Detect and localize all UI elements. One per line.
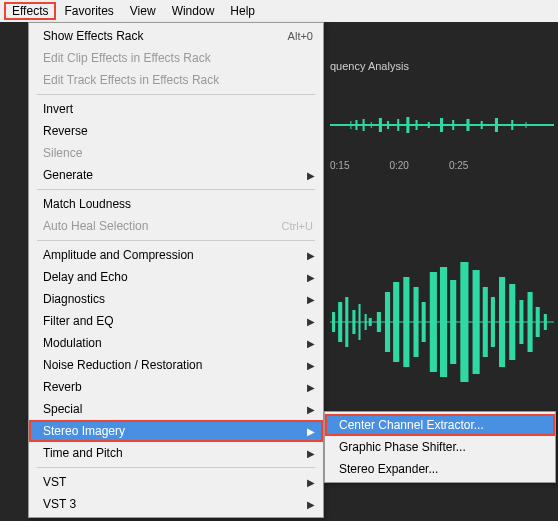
svg-rect-19 — [332, 312, 335, 332]
chevron-right-icon: ▶ — [307, 404, 315, 415]
menu-noise[interactable]: Noise Reduction / Restoration▶ — [29, 354, 323, 376]
menu-special[interactable]: Special▶ — [29, 398, 323, 420]
menu-edit-clip-effects: Edit Clip Effects in Effects Rack — [29, 47, 323, 69]
panel-tab-freq[interactable]: quency Analysis — [330, 60, 409, 72]
effects-dropdown: Show Effects Rack Alt+0 Edit Clip Effect… — [28, 22, 324, 518]
svg-rect-29 — [403, 277, 409, 367]
time-mark: 0:25 — [449, 160, 468, 176]
menu-window[interactable]: Window — [164, 2, 223, 20]
menu-diagnostics[interactable]: Diagnostics▶ — [29, 288, 323, 310]
menu-show-effects-rack[interactable]: Show Effects Rack Alt+0 — [29, 25, 323, 47]
timeline-ruler: 0:15 0:20 0:25 — [330, 160, 558, 176]
menu-label: Time and Pitch — [43, 446, 313, 460]
time-mark: 0:15 — [330, 160, 349, 176]
menu-label: Center Channel Extractor... — [339, 418, 545, 432]
svg-rect-13 — [466, 119, 469, 131]
svg-rect-35 — [460, 262, 468, 382]
chevron-right-icon: ▶ — [307, 360, 315, 371]
stereo-imagery-submenu: Center Channel Extractor... Graphic Phas… — [324, 411, 556, 483]
menu-label: Show Effects Rack — [43, 29, 288, 43]
menu-favorites[interactable]: Favorites — [56, 2, 121, 20]
chevron-right-icon: ▶ — [307, 499, 315, 510]
svg-rect-44 — [544, 314, 547, 330]
menu-label: Stereo Expander... — [339, 462, 545, 476]
svg-rect-23 — [359, 304, 361, 340]
svg-rect-4 — [371, 122, 372, 128]
svg-rect-24 — [365, 314, 367, 330]
menu-shortcut: Ctrl+U — [282, 220, 313, 232]
svg-rect-37 — [483, 287, 488, 357]
chevron-right-icon: ▶ — [307, 382, 315, 393]
menu-label: Silence — [43, 146, 313, 160]
menu-label: Graphic Phase Shifter... — [339, 440, 545, 454]
menu-time-pitch[interactable]: Time and Pitch▶ — [29, 442, 323, 464]
menu-label: Reverse — [43, 124, 313, 138]
menu-separator — [37, 189, 315, 190]
menu-shortcut: Alt+0 — [288, 30, 313, 42]
chevron-right-icon: ▶ — [307, 426, 315, 437]
svg-rect-36 — [473, 270, 480, 374]
menu-effects[interactable]: Effects — [4, 2, 56, 20]
svg-rect-27 — [385, 292, 390, 352]
chevron-right-icon: ▶ — [307, 477, 315, 488]
svg-rect-32 — [430, 272, 437, 372]
menubar: Effects Favorites View Window Help — [0, 0, 558, 22]
svg-rect-39 — [499, 277, 505, 367]
menu-modulation[interactable]: Modulation▶ — [29, 332, 323, 354]
menu-match-loudness[interactable]: Match Loudness — [29, 193, 323, 215]
menu-label: Edit Track Effects in Effects Rack — [43, 73, 313, 87]
menu-edit-track-effects: Edit Track Effects in Effects Rack — [29, 69, 323, 91]
menu-vst[interactable]: VST▶ — [29, 471, 323, 493]
menu-label: VST 3 — [43, 497, 313, 511]
svg-rect-26 — [377, 312, 381, 332]
chevron-right-icon: ▶ — [307, 170, 315, 181]
menu-label: Filter and EQ — [43, 314, 313, 328]
submenu-center-channel-extractor[interactable]: Center Channel Extractor... — [325, 414, 555, 436]
menu-reverse[interactable]: Reverse — [29, 120, 323, 142]
menu-label: Delay and Echo — [43, 270, 313, 284]
svg-rect-43 — [536, 307, 540, 337]
menu-label: Amplitude and Compression — [43, 248, 313, 262]
svg-rect-20 — [338, 302, 342, 342]
menu-vst3[interactable]: VST 3▶ — [29, 493, 323, 515]
menu-invert[interactable]: Invert — [29, 98, 323, 120]
svg-rect-34 — [450, 280, 456, 364]
svg-rect-11 — [440, 118, 443, 132]
chevron-right-icon: ▶ — [307, 448, 315, 459]
menu-reverb[interactable]: Reverb▶ — [29, 376, 323, 398]
menu-auto-heal: Auto Heal Selection Ctrl+U — [29, 215, 323, 237]
submenu-graphic-phase-shifter[interactable]: Graphic Phase Shifter... — [325, 436, 555, 458]
svg-rect-22 — [352, 310, 355, 334]
menu-label: Noise Reduction / Restoration — [43, 358, 313, 372]
svg-rect-31 — [422, 302, 426, 342]
svg-rect-6 — [387, 121, 389, 129]
svg-rect-1 — [350, 121, 351, 129]
menu-delay[interactable]: Delay and Echo▶ — [29, 266, 323, 288]
menu-filter-eq[interactable]: Filter and EQ▶ — [29, 310, 323, 332]
menu-label: Auto Heal Selection — [43, 219, 282, 233]
menu-help[interactable]: Help — [222, 2, 263, 20]
chevron-right-icon: ▶ — [307, 272, 315, 283]
menu-stereo-imagery[interactable]: Stereo Imagery▶ — [29, 420, 323, 442]
menu-label: Edit Clip Effects in Effects Rack — [43, 51, 313, 65]
menu-label: Modulation — [43, 336, 313, 350]
main-waveform[interactable] — [330, 242, 554, 402]
time-mark: 0:20 — [389, 160, 408, 176]
chevron-right-icon: ▶ — [307, 316, 315, 327]
menu-generate[interactable]: Generate ▶ — [29, 164, 323, 186]
menu-amplitude[interactable]: Amplitude and Compression▶ — [29, 244, 323, 266]
svg-rect-16 — [511, 120, 513, 130]
menu-view[interactable]: View — [122, 2, 164, 20]
svg-rect-15 — [495, 118, 498, 132]
svg-rect-33 — [440, 267, 447, 377]
menu-separator — [37, 467, 315, 468]
menu-separator — [37, 240, 315, 241]
svg-rect-41 — [519, 300, 523, 344]
svg-rect-38 — [491, 297, 495, 347]
svg-rect-7 — [397, 119, 399, 131]
svg-rect-28 — [393, 282, 399, 362]
svg-rect-30 — [413, 287, 418, 357]
menu-label: Invert — [43, 102, 313, 116]
menu-label: VST — [43, 475, 313, 489]
submenu-stereo-expander[interactable]: Stereo Expander... — [325, 458, 555, 480]
